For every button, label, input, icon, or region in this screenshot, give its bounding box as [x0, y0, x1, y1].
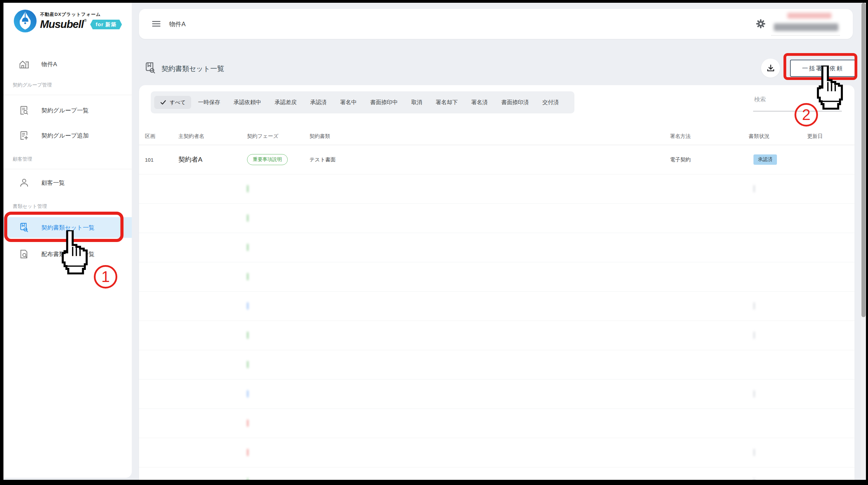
phase-pill: 重要事項説明 [247, 154, 288, 165]
table-row-masked[interactable] [139, 380, 855, 409]
cell-doc: テスト書面 [309, 156, 336, 163]
table-row-masked[interactable] [139, 233, 855, 262]
sidebar-item-label: 契約書類セット一覧 [41, 224, 95, 232]
col-header-doc: 契約書類 [309, 133, 330, 140]
table-header: 区画 主契約者名 契約フェーズ 契約書類 署名方法 書類状況 更新日 [139, 128, 855, 145]
divider [771, 35, 840, 36]
document-search-icon [19, 249, 29, 259]
app-viewport: 不動産DXプラットフォーム Musubell ® for 新築 物件A 契約グル… [3, 3, 866, 480]
table-row-masked[interactable] [139, 321, 855, 350]
status-badge-masked [753, 449, 755, 456]
sidebar-item-label: 契約グループ一覧 [41, 107, 89, 114]
filter-tab[interactable]: 書面捺印済 [501, 99, 529, 106]
sidebar-item-contract-docset-list[interactable]: 契約書類セット一覧 [3, 217, 132, 238]
status-badge-masked [753, 302, 755, 310]
sidebar-item-distribution-docset-list[interactable]: 配布書類セット一覧 [3, 244, 132, 264]
page-title: 契約書類セット一覧 [161, 64, 224, 73]
document-search-icon [19, 105, 29, 115]
sidebar-item-customer-list[interactable]: 顧客一覧 [3, 172, 132, 193]
sidebar-item-contract-group-add[interactable]: 契約グループ追加 [3, 125, 132, 146]
book-search-icon [19, 222, 29, 233]
table-row-masked[interactable] [139, 262, 855, 292]
phase-pill-masked [247, 449, 248, 456]
download-button[interactable] [761, 59, 780, 78]
divider [3, 169, 132, 169]
status-badge-masked [753, 390, 755, 397]
musubell-logo-icon [14, 10, 37, 32]
filter-chip-all[interactable]: すべて [154, 96, 191, 109]
scrollbar-thumb[interactable] [861, 3, 866, 317]
phase-pill-masked [247, 420, 248, 427]
phase-pill-masked [247, 185, 248, 192]
scrollbar-track[interactable] [861, 3, 866, 480]
menu-icon[interactable] [152, 19, 161, 28]
filter-tab[interactable]: 一時保存 [198, 99, 220, 106]
col-header-kukaku: 区画 [145, 133, 155, 140]
download-icon [766, 63, 776, 73]
sidebar-section-customer: 顧客管理 [13, 156, 32, 162]
table-row-masked[interactable] [139, 438, 855, 467]
platform-label: 不動産DXプラットフォーム [40, 11, 122, 18]
sidebar-item-label: 契約グループ追加 [41, 132, 89, 140]
cell-name: 契約者A [178, 155, 203, 164]
contract-docset-list-card: すべて 一時保存承認依頼中承認差戻承認済署名中書面捺印中取消署名却下署名済書面捺… [139, 85, 855, 480]
sidebar-section-document-set: 書類セット管理 [13, 203, 47, 210]
phase-pill-masked [247, 244, 248, 251]
table-body: 101 契約者A 重要事項説明 テスト書面 電子契約 承認済 [139, 145, 855, 480]
filter-tab[interactable]: 署名却下 [436, 99, 458, 106]
status-badge-masked [753, 185, 755, 192]
user-name-masked[interactable] [774, 23, 838, 31]
bulk-sign-request-button[interactable]: 一括署名依頼 [790, 60, 856, 77]
settings-gear-icon[interactable] [756, 19, 766, 29]
divider [3, 95, 132, 95]
brand-name: Musubell [40, 18, 83, 31]
user-org-masked [787, 13, 831, 19]
filter-tab[interactable]: 署名済 [471, 99, 488, 106]
col-header-name: 主契約者名 [178, 133, 204, 140]
edition-badge: for 新築 [90, 20, 122, 29]
filter-tab[interactable]: 承認依頼中 [234, 99, 261, 106]
table-row[interactable]: 101 契約者A 重要事項説明 テスト書面 電子契約 承認済 [139, 145, 855, 174]
filter-tab[interactable]: 承認差戻 [275, 99, 297, 106]
status-badge: 承認済 [753, 154, 777, 165]
phase-pill-masked [247, 478, 248, 480]
book-search-icon [144, 62, 157, 74]
phase-pill-masked [247, 361, 248, 368]
col-header-phase: 契約フェーズ [247, 133, 278, 140]
filter-tab[interactable]: 取消 [411, 99, 422, 106]
table-row-masked[interactable] [139, 409, 855, 438]
col-header-status: 書類状況 [749, 133, 769, 140]
registered-mark: ® [84, 18, 87, 22]
table-row-masked[interactable] [139, 292, 855, 321]
table-row-masked[interactable] [139, 174, 855, 204]
filter-chip-label: すべて [170, 99, 186, 106]
sidebar-item-property[interactable]: 物件A [3, 54, 132, 74]
col-header-updated: 更新日 [807, 133, 823, 140]
app-logo: 不動産DXプラットフォーム Musubell ® for 新築 [14, 10, 122, 32]
col-header-method: 署名方法 [670, 133, 691, 140]
search-underline [753, 111, 842, 111]
table-row-masked[interactable] [139, 467, 855, 480]
topbar: 物件A [139, 9, 853, 39]
cell-kukaku: 101 [145, 157, 154, 163]
search-input[interactable]: 検索 [753, 94, 842, 111]
table-row-masked[interactable] [139, 204, 855, 233]
phase-pill-masked [247, 390, 248, 397]
sidebar: 不動産DXプラットフォーム Musubell ® for 新築 物件A 契約グル… [3, 3, 132, 478]
filter-tab[interactable]: 承認済 [310, 99, 327, 106]
status-filter-bar: すべて 一時保存承認依頼中承認差戻承認済署名中書面捺印中取消署名却下署名済書面捺… [151, 91, 574, 113]
filter-tab[interactable]: 書面捺印中 [370, 99, 398, 106]
table-row-masked[interactable] [139, 350, 855, 380]
status-badge-masked [753, 332, 755, 339]
filter-tab[interactable]: 署名中 [340, 99, 357, 106]
sidebar-item-label: 物件A [41, 60, 57, 68]
sidebar-item-label: 配布書類セット一覧 [41, 250, 95, 258]
sidebar-section-contract-group: 契約グループ管理 [13, 82, 52, 88]
search-placeholder: 検索 [754, 95, 766, 103]
filter-tab[interactable]: 交付済 [542, 99, 559, 106]
person-icon [19, 178, 29, 188]
cell-method: 電子契約 [670, 156, 691, 163]
sidebar-item-label: 顧客一覧 [41, 179, 65, 187]
document-add-icon [19, 130, 29, 141]
sidebar-item-contract-group-list[interactable]: 契約グループ一覧 [3, 100, 132, 121]
